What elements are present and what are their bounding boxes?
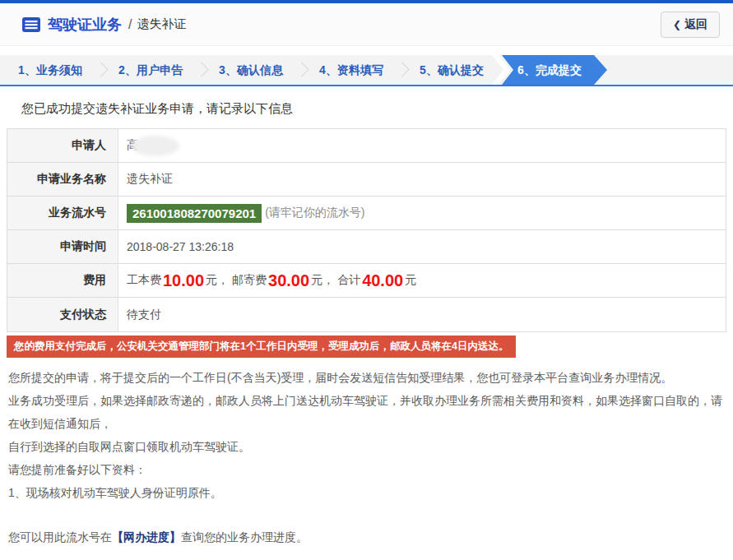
step-4-label: 4、资料填写 [319, 63, 383, 76]
step-5-label: 5、确认提交 [420, 63, 484, 76]
fee-unit: 元 [405, 273, 416, 288]
notice-paragraph-1: 您所提交的申请，将于提交后的一个工作日(不含当天)受理，届时会发送短信告知受理结… [8, 366, 726, 389]
table-row-applicant: 申请人 高 [7, 129, 726, 163]
serial-number-note: (请牢记你的流水号) [265, 206, 364, 220]
row-label: 申请时间 [7, 230, 118, 263]
fee-label-production: 工本费 [127, 273, 161, 288]
fee-unit: 元 [206, 273, 217, 288]
notice-paragraph-3: 自行到选择的自取网点窗口领取机动车驾驶证。 [8, 435, 726, 458]
table-row-payment-status: 支付状态 待支付 [7, 298, 726, 331]
page-header: 驾驶证业务 / 遗失补证 ❮返回 [0, 3, 733, 46]
fee-value: 工本费 10.00 元 ， 邮寄费 30.00 元 ， 合计 40.00 元 [118, 264, 726, 297]
fee-label-postage: 邮寄费 [232, 273, 267, 288]
step-3-confirm-info[interactable]: 3、确认信息 [201, 55, 301, 85]
fee-comma: ， [322, 273, 334, 288]
online-progress-link[interactable]: 【网办进度】 [112, 530, 181, 544]
table-row-apply-time: 申请时间 2018-08-27 13:26:18 [7, 230, 726, 264]
breadcrumb-current: 遗失补证 [137, 16, 186, 32]
step-wizard: 1、业务须知 2、用户申告 3、确认信息 4、资料填写 5、确认提交 6、完成提… [0, 55, 733, 86]
back-button-top[interactable]: ❮返回 [661, 12, 720, 38]
row-label: 业务流水号 [7, 197, 118, 229]
fee-amount-production: 10.00 [163, 271, 204, 290]
step-3-label: 3、确认信息 [219, 63, 283, 76]
privacy-blur-overlay [132, 136, 179, 156]
license-list-icon [21, 16, 41, 33]
row-label: 费用 [7, 264, 118, 297]
notice-paragraph-2: 业务成功受理后，如果选择邮政寄递的，邮政人员将上门送达机动车驾驶证，并收取办理业… [8, 389, 726, 435]
back-button-top-label: 返回 [684, 17, 707, 30]
chevron-left-icon: ❮ [673, 19, 681, 30]
step-1-label: 1、业务须知 [18, 63, 82, 76]
row-label: 申请人 [7, 129, 118, 162]
breadcrumb-separator: / [128, 17, 132, 32]
main-content: 您已成功提交遗失补证业务申请，请记录以下信息 申请人 高 申请业务名称 遗失补证… [0, 101, 733, 560]
table-row-fee: 费用 工本费 10.00 元 ， 邮寄费 30.00 元 ， 合计 40.00 … [7, 264, 726, 298]
page-title: 驾驶证业务 [48, 15, 122, 35]
progress-suffix: 查询您的业务办理进度。 [181, 530, 308, 544]
payment-status-value: 待支付 [118, 298, 726, 331]
payment-warning-banner: 您的费用支付完成后，公安机关交通管理部门将在1个工作日内受理，受理成功后，邮政人… [7, 336, 516, 358]
step-2-label: 2、用户申告 [118, 63, 183, 76]
fee-amount-total: 40.00 [362, 271, 403, 290]
table-row-serial-number: 业务流水号 261001808270079201 (请牢记你的流水号) [7, 197, 726, 230]
apply-time-value: 2018-08-27 13:26:18 [118, 230, 726, 263]
row-label: 支付状态 [7, 298, 118, 331]
fee-amount-postage: 30.00 [268, 271, 309, 290]
applicant-name-value: 高 [118, 129, 726, 162]
success-message: 您已成功提交遗失补证业务申请，请记录以下信息 [21, 101, 726, 117]
notice-paragraph-5: 1、现场核对机动车驾驶人身份证明原件。 [8, 481, 726, 504]
application-info-table: 申请人 高 申请业务名称 遗失补证 业务流水号 2610018082700792… [7, 128, 726, 332]
step-1-business-notice[interactable]: 1、业务须知 [0, 55, 100, 85]
row-label: 申请业务名称 [7, 163, 118, 196]
serial-number-value: 261001808270079201 (请牢记你的流水号) [118, 197, 726, 229]
business-name-value: 遗失补证 [118, 163, 726, 196]
fee-label-total: 合计 [337, 273, 360, 288]
serial-number-badge: 261001808270079201 [127, 204, 262, 223]
table-row-business-name: 申请业务名称 遗失补证 [7, 163, 726, 197]
progress-query-line: 您可以用此流水号在【网办进度】查询您的业务办理进度。 [8, 525, 726, 548]
fee-comma: ， [217, 273, 229, 288]
step-4-fill-materials[interactable]: 4、资料填写 [301, 55, 401, 85]
notice-paragraph-4: 请您提前准备好以下资料： [8, 458, 726, 481]
fee-unit: 元 [311, 273, 322, 288]
progress-prefix: 您可以用此流水号在 [8, 530, 112, 544]
step-2-user-declaration[interactable]: 2、用户申告 [100, 55, 201, 85]
step-5-confirm-submit[interactable]: 5、确认提交 [401, 55, 502, 85]
